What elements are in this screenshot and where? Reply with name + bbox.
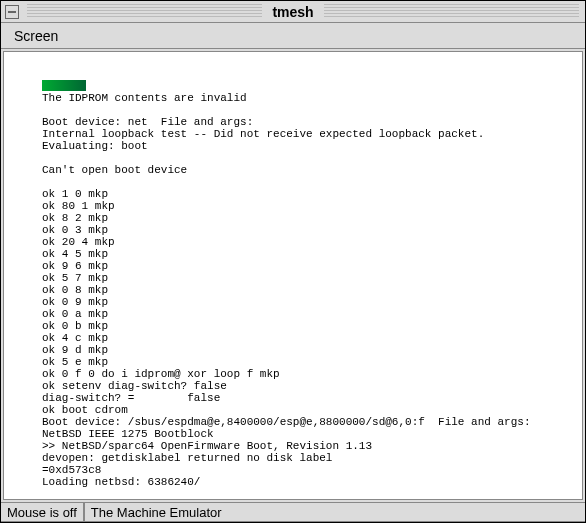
content-area: The IDPROM contents are invalid Boot dev…	[3, 51, 583, 500]
status-bar: Mouse is off The Machine Emulator	[1, 502, 585, 522]
menu-screen[interactable]: Screen	[3, 25, 69, 46]
window-title: tmesh	[262, 4, 323, 20]
terminal-cursor	[42, 80, 86, 91]
system-menu-button[interactable]	[5, 5, 19, 19]
status-mouse: Mouse is off	[1, 503, 84, 522]
app-window: tmesh Screen The IDPROM contents are inv…	[0, 0, 586, 523]
status-app: The Machine Emulator	[84, 503, 585, 522]
terminal-output: The IDPROM contents are invalid Boot dev…	[4, 52, 582, 499]
menu-icon	[8, 11, 16, 13]
menu-bar: Screen	[1, 23, 585, 49]
title-bar[interactable]: tmesh	[1, 1, 585, 23]
